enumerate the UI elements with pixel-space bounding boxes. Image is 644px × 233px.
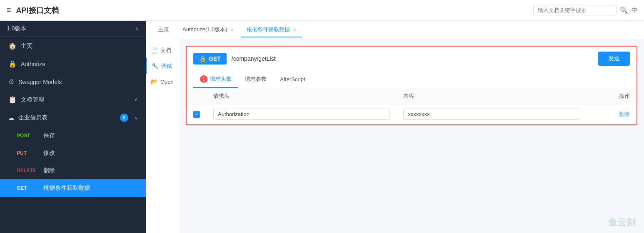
doc-area: 📄 文档 🔧 调试 📂 Open 🔒: [146, 39, 644, 233]
url-path: /company/getList: [232, 55, 593, 62]
tab-authorize-label: Authorize(1.0版本): [182, 26, 227, 33]
search-area: 🔍 中: [533, 5, 637, 15]
doc-nav-open-label: Open: [160, 79, 174, 85]
req-tab-params[interactable]: 请求参数: [238, 71, 273, 88]
api-content: 🔒 GET /company/getList 发送 1 请求头部: [179, 39, 644, 233]
sidebar-swagger-label: Swagger Models: [18, 79, 62, 85]
sidebar-home-label: 主页: [21, 42, 32, 50]
enterprise-badge: 6: [120, 114, 128, 122]
swagger-icon: ⚙: [8, 78, 14, 86]
tab-getlist-label: 根据条件获取数据: [247, 26, 290, 33]
enterprise-arrow-icon: ∧: [134, 115, 137, 121]
sidebar-item-authorize[interactable]: 🔒 Authorize: [0, 55, 146, 73]
method-badge: 🔒 GET: [193, 53, 227, 64]
sidebar-item-home[interactable]: 🏠 主页: [0, 37, 146, 55]
headers-table: 请求头 内容 操作 ✓: [187, 88, 637, 124]
delete-label: 删除: [43, 167, 55, 174]
doc-nav-test-label: 调试: [161, 62, 172, 70]
home-icon: 🏠: [8, 42, 17, 50]
col-checkbox: [187, 88, 207, 104]
sidebar-authorize-label: Authorize: [21, 61, 45, 67]
get-method-label: GET: [17, 185, 37, 191]
delete-row-button[interactable]: 删除: [619, 111, 630, 117]
docmgr-arrow-icon: ∨: [134, 97, 137, 102]
doc-nav-open[interactable]: 📂 Open: [146, 74, 179, 89]
req-tab-params-label: 请求参数: [245, 75, 267, 83]
tab-getlist[interactable]: 根据条件获取数据 ×: [241, 22, 302, 37]
request-tabs: 1 请求头部 请求参数 AfterScript: [187, 71, 637, 88]
test-icon: 🔧: [152, 63, 159, 69]
cloud-icon: ☁: [8, 114, 14, 121]
tab-getlist-close-icon[interactable]: ×: [293, 27, 296, 32]
col-value-header: 内容: [397, 88, 587, 104]
top-header: ≡ API接口文档 🔍 中: [0, 0, 644, 21]
headers-badge: 1: [200, 75, 207, 83]
get-active-label: 根据条件获取数据: [43, 184, 90, 192]
content-area: 主页 Authorize(1.0版本) × 根据条件获取数据 × 📄 文档 🔧: [146, 21, 644, 233]
sidebar-item-docmgr[interactable]: 📋 文档管理 ∨: [0, 91, 146, 109]
sidebar-docmgr-label: 文档管理: [21, 96, 44, 104]
url-bar: 🔒 GET /company/getList 发送: [187, 47, 637, 71]
sidebar-item-swagger[interactable]: ⚙ Swagger Models: [0, 73, 146, 91]
sidebar-item-delete[interactable]: DELETE 删除: [0, 162, 146, 179]
sidebar: 1.0版本 ∨ 🏠 主页 🔒 Authorize ⚙ Swagger Model…: [0, 21, 146, 233]
table-row: ✓ 删除: [187, 104, 637, 124]
col-op-header: 操作: [587, 88, 637, 104]
sidebar-item-post-save[interactable]: POST 保存: [0, 127, 146, 144]
send-button[interactable]: 发送: [598, 52, 630, 66]
req-tab-headers[interactable]: 1 请求头部: [193, 71, 238, 88]
enterprise-label: 企业信息表: [18, 114, 47, 121]
doc-icon: 📄: [151, 47, 158, 54]
version-label: 1.0版本: [7, 25, 26, 32]
tab-home-label: 主页: [158, 26, 169, 33]
req-tab-afterscript-label: AfterScript: [280, 76, 305, 82]
doc-nav-test[interactable]: 🔧 调试: [146, 58, 179, 74]
main-layout: 1.0版本 ∨ 🏠 主页 🔒 Authorize ⚙ Swagger Model…: [0, 21, 644, 233]
post-save-label: 保存: [43, 132, 55, 139]
method-lock-icon: 🔒: [199, 55, 206, 62]
search-icon[interactable]: 🔍: [620, 6, 628, 14]
search-input[interactable]: [533, 5, 617, 15]
put-edit-label: 修改: [43, 149, 55, 157]
sidebar-enterprise-section[interactable]: ☁ 企业信息表 6 ∧: [0, 109, 146, 127]
key-input[interactable]: [213, 109, 390, 120]
delete-method-label: DELETE: [17, 168, 37, 174]
lang-button[interactable]: 中: [632, 7, 637, 14]
req-tab-afterscript[interactable]: AfterScript: [273, 72, 312, 87]
tab-authorize-close-icon[interactable]: ×: [231, 27, 233, 32]
post-method-label: POST: [17, 133, 37, 139]
method-text: GET: [209, 55, 221, 62]
sidebar-item-put-edit[interactable]: PUT 修改: [0, 144, 146, 162]
api-panel: 🔒 GET /company/getList 发送 1 请求头部: [186, 46, 637, 125]
col-key-header: 请求头: [207, 88, 397, 104]
put-method-label: PUT: [17, 150, 37, 156]
open-icon: 📂: [151, 78, 158, 85]
doc-nav-doc-label: 文档: [160, 47, 171, 54]
doc-nav: 📄 文档 🔧 调试 📂 Open: [146, 39, 179, 233]
tabs-bar: 主页 Authorize(1.0版本) × 根据条件获取数据 ×: [146, 21, 644, 39]
version-selector[interactable]: 1.0版本 ∨: [0, 21, 146, 37]
hamburger-icon[interactable]: ≡: [7, 6, 11, 15]
tab-home[interactable]: 主页: [152, 22, 175, 37]
page-title: API接口文档: [16, 5, 528, 15]
row-checkbox[interactable]: ✓: [193, 111, 200, 118]
value-input[interactable]: [403, 109, 580, 120]
doc-mgr-icon: 📋: [8, 96, 17, 104]
doc-nav-doc[interactable]: 📄 文档: [146, 42, 179, 58]
lock-icon: 🔒: [8, 60, 17, 68]
version-arrow-icon: ∨: [135, 26, 139, 32]
req-tab-headers-label: 请求头部: [210, 75, 232, 83]
tab-authorize[interactable]: Authorize(1.0版本) ×: [177, 22, 239, 37]
sidebar-item-get-active[interactable]: GET 根据条件获取数据: [0, 179, 146, 197]
